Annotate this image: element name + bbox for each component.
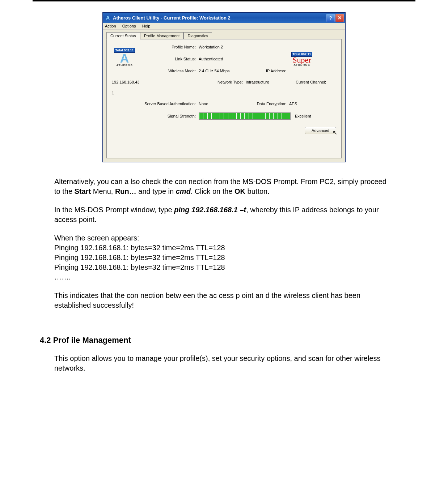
value-encryption: AES: [289, 102, 329, 106]
app-window: A Atheros Client Utility - Current Profi…: [102, 12, 346, 162]
atheros-logo-right: Total 802.11 Super ATHEROS: [289, 46, 329, 72]
menu-options[interactable]: Options: [122, 24, 136, 28]
tab-current-status[interactable]: Current Status: [106, 32, 140, 39]
section-heading: 4.2 Prof ile Management: [40, 336, 408, 345]
advanced-button[interactable]: Advanced ↖: [305, 127, 336, 134]
advanced-button-label: Advanced: [312, 128, 329, 133]
signal-strength-bar: [199, 112, 291, 120]
label-wireless-mode: Wireless Mode:: [144, 69, 199, 73]
label-profile-name: Profile Name:: [144, 45, 199, 49]
document-body: Alternatively, you can a lso check the c…: [54, 177, 394, 310]
value-ip: 192.168.168.43: [112, 80, 144, 84]
paragraph-5: This option allows you to manage your pr…: [54, 354, 394, 373]
value-sba: None: [199, 102, 246, 106]
value-network-type: Infrastructure: [246, 80, 289, 84]
paragraph-2: In the MS-DOS Prompt window, type ping 1…: [54, 205, 394, 225]
tab-panel-current-status: Total 802.11 A ATHEROS Profile Name: Wor…: [106, 39, 342, 158]
logo-letter: A: [120, 53, 129, 64]
label-encryption: Data Encryption:: [246, 102, 289, 106]
label-signal: Signal Strength:: [144, 114, 199, 118]
label-link-status: Link Status:: [144, 57, 199, 61]
value-signal-text: Excellent: [295, 114, 311, 118]
client-area: Current Status Profile Management Diagno…: [103, 30, 345, 162]
value-channel: 1: [112, 91, 144, 95]
top-rule: [33, 0, 415, 1]
tab-profile-management[interactable]: Profile Management: [140, 32, 183, 39]
paragraph-4: This indicates that the con nection betw…: [54, 291, 394, 310]
logo-brand-right: ATHEROS: [293, 63, 310, 67]
paragraph-1: Alternatively, you can a lso check the c…: [54, 177, 394, 196]
menu-action[interactable]: Action: [105, 24, 116, 28]
titlebar: A Atheros Client Utility - Current Profi…: [103, 13, 345, 23]
logo-brand: ATHEROS: [116, 64, 133, 67]
help-button[interactable]: ?: [326, 14, 335, 22]
tab-diagnostics[interactable]: Diagnostics: [183, 32, 212, 39]
label-sba: Server Based Authentication:: [112, 102, 199, 106]
logo-superg: Super: [292, 57, 311, 63]
menu-help[interactable]: Help: [142, 24, 151, 28]
menubar: Action Options Help: [103, 23, 345, 30]
tab-strip: Current Status Profile Management Diagno…: [106, 32, 342, 39]
app-icon: A: [105, 15, 111, 21]
label-ip: IP Address:: [246, 69, 289, 73]
label-channel: Current Channel:: [289, 80, 329, 84]
paragraph-5-container: This option allows you to manage your pr…: [54, 354, 394, 373]
value-link-status: Authenticated: [199, 57, 246, 61]
label-network-type: Network Type:: [199, 80, 246, 84]
paragraph-3: When the screen appears: Pinging 192.168…: [54, 233, 394, 282]
window-title: Atheros Client Utility - Current Profile…: [113, 15, 326, 21]
atheros-logo-left: Total 802.11 A ATHEROS: [112, 44, 141, 73]
value-wireless-mode: 2.4 GHz 54 Mbps: [199, 69, 246, 73]
value-profile-name: Workstation 2: [199, 45, 246, 49]
cursor-icon: ↖: [333, 129, 337, 136]
close-button[interactable]: ✕: [335, 14, 344, 22]
